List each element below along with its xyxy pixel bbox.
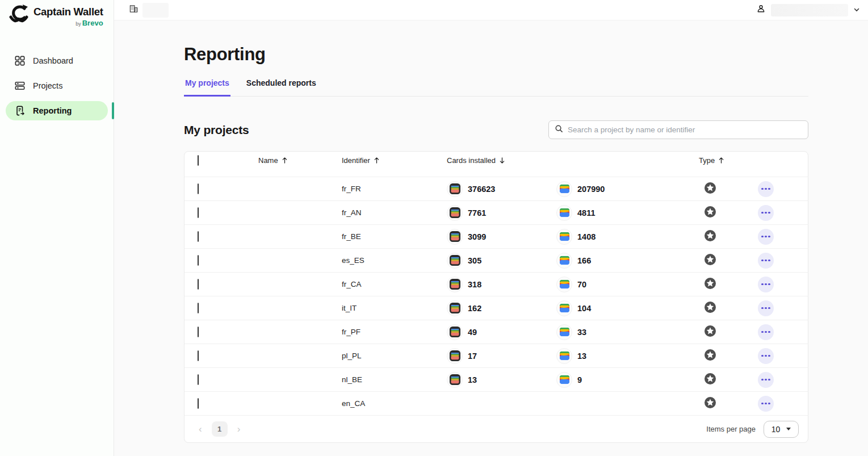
apple-wallet-count-cell: 17 xyxy=(447,348,556,364)
table-row: en_CA xyxy=(184,391,808,415)
apple-wallet-count: 376623 xyxy=(468,185,495,194)
row-checkbox[interactable] xyxy=(198,183,199,194)
google-wallet-icon xyxy=(556,205,572,221)
select-all-checkbox[interactable] xyxy=(198,155,199,166)
pagination: ‹ 1 › xyxy=(196,421,242,437)
row-checkbox[interactable] xyxy=(198,279,199,290)
loyalty-star-type-icon xyxy=(703,372,717,388)
google-wallet-count: 104 xyxy=(577,304,591,313)
sort-arrow-icon[interactable] xyxy=(282,157,288,164)
google-wallet-count: 33 xyxy=(577,328,586,337)
loyalty-star-type-icon xyxy=(703,277,717,292)
row-actions-ellipsis-button[interactable] xyxy=(758,229,774,245)
search-input[interactable] xyxy=(568,125,802,134)
google-wallet-count: 1408 xyxy=(577,232,596,241)
project-identifier: pl_PL xyxy=(342,352,447,360)
items-per-page-label: Items per page xyxy=(706,425,756,433)
apple-wallet-count-cell: 3099 xyxy=(447,229,556,245)
apple-wallet-count: 7761 xyxy=(468,208,486,217)
apple-wallet-count: 162 xyxy=(468,304,481,313)
sort-arrow-icon[interactable] xyxy=(499,157,505,164)
row-actions-ellipsis-button[interactable] xyxy=(758,253,774,269)
column-header-type[interactable]: Type xyxy=(678,156,740,165)
row-checkbox[interactable] xyxy=(198,207,199,218)
search-icon xyxy=(555,124,563,135)
table-row: pl_PL 17 xyxy=(184,344,808,367)
google-wallet-icon xyxy=(556,181,572,197)
sidebar-item-dashboard[interactable]: Dashboard xyxy=(6,51,108,70)
items-per-page-select[interactable]: 10 xyxy=(764,421,799,438)
google-wallet-icon xyxy=(556,229,572,245)
table-row: nl_BE 13 xyxy=(184,367,808,391)
sidebar-item-reporting[interactable]: Reporting xyxy=(6,101,108,120)
table-row: es_ES 305 xyxy=(184,248,808,272)
project-identifier: fr_AN xyxy=(342,208,447,217)
sidebar-item-projects[interactable]: Projects xyxy=(6,76,108,95)
row-checkbox[interactable] xyxy=(198,398,199,409)
row-actions-ellipsis-button[interactable] xyxy=(758,300,774,316)
apple-wallet-icon xyxy=(447,324,463,340)
sort-arrow-icon[interactable] xyxy=(374,157,380,164)
google-wallet-count: 4811 xyxy=(577,208,595,217)
page-number-button[interactable]: 1 xyxy=(212,421,228,437)
chevron-left-icon[interactable]: ‹ xyxy=(196,423,204,435)
row-actions-ellipsis-button[interactable] xyxy=(758,277,774,292)
google-wallet-count-cell: 13 xyxy=(556,348,678,364)
project-identifier: it_IT xyxy=(342,304,447,312)
google-wallet-count-cell: 104 xyxy=(556,300,678,316)
active-nav-indicator xyxy=(112,102,114,119)
project-identifier: nl_BE xyxy=(342,375,447,384)
apple-wallet-icon xyxy=(447,277,463,292)
project-search xyxy=(548,120,808,139)
apple-wallet-count: 17 xyxy=(468,352,477,361)
brevo-wordmark: Brevo xyxy=(82,19,103,27)
table-row: it_IT 162 xyxy=(184,296,808,320)
apple-wallet-icon xyxy=(447,229,463,245)
project-identifier: fr_BE xyxy=(342,232,447,241)
apple-wallet-icon xyxy=(447,300,463,316)
chevron-right-icon[interactable]: › xyxy=(235,423,243,435)
company-name-redacted[interactable] xyxy=(142,3,169,18)
sort-arrow-icon[interactable] xyxy=(718,157,724,164)
sidebar-nav: Dashboard Projects Reporting xyxy=(0,51,114,120)
row-checkbox[interactable] xyxy=(198,231,199,242)
dashboard-grid-icon xyxy=(14,56,25,66)
project-identifier: fr_CA xyxy=(342,280,447,288)
brand-logo[interactable]: Captain Wallet byBrevo xyxy=(0,0,114,28)
apple-wallet-count: 3099 xyxy=(468,232,486,241)
row-actions-ellipsis-button[interactable] xyxy=(758,324,774,340)
row-checkbox[interactable] xyxy=(198,374,199,385)
google-wallet-count-cell: 1408 xyxy=(556,229,678,245)
row-actions-ellipsis-button[interactable] xyxy=(758,348,774,364)
tab-my-projects[interactable]: My projects xyxy=(184,78,230,96)
loyalty-star-type-icon xyxy=(703,300,717,316)
sidebar-item-label: Projects xyxy=(33,81,62,90)
table-row: fr_AN 7761 xyxy=(184,200,808,224)
tab-scheduled-reports[interactable]: Scheduled reports xyxy=(245,78,317,96)
row-actions-ellipsis-button[interactable] xyxy=(758,181,774,197)
column-header-cards-installed[interactable]: Cards installed xyxy=(447,156,678,165)
account-menu[interactable] xyxy=(756,4,860,16)
column-header-name[interactable]: Name xyxy=(216,156,342,165)
reporting-icon xyxy=(14,106,25,116)
apple-wallet-count-cell: 318 xyxy=(447,277,556,292)
row-checkbox[interactable] xyxy=(198,303,199,313)
row-checkbox[interactable] xyxy=(198,327,199,337)
caret-down-icon xyxy=(786,428,791,430)
google-wallet-count: 166 xyxy=(577,256,591,265)
row-checkbox[interactable] xyxy=(198,255,199,266)
apple-wallet-count: 13 xyxy=(468,375,477,384)
projects-icon xyxy=(14,81,25,91)
project-identifier: fr_PF xyxy=(342,328,447,336)
chevron-down-icon[interactable] xyxy=(853,5,860,15)
row-actions-ellipsis-button[interactable] xyxy=(758,396,774,412)
row-actions-ellipsis-button[interactable] xyxy=(758,372,774,388)
apple-wallet-icon xyxy=(447,253,463,269)
google-wallet-icon xyxy=(556,324,572,340)
brand-title: Captain Wallet xyxy=(33,6,103,18)
row-actions-ellipsis-button[interactable] xyxy=(758,205,774,221)
column-header-identifier[interactable]: Identifier xyxy=(342,156,447,165)
main-area: Reporting My projects Scheduled reports … xyxy=(114,20,868,456)
project-identifier: en_CA xyxy=(342,399,447,408)
row-checkbox[interactable] xyxy=(198,350,199,361)
